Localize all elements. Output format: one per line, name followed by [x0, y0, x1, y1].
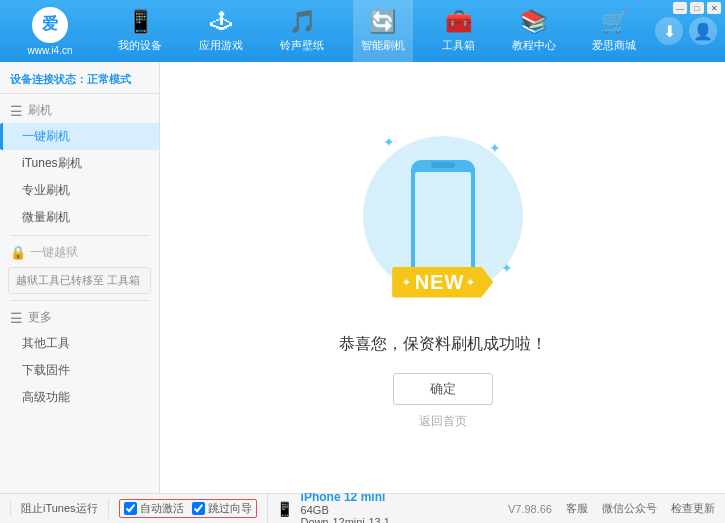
success-text: 恭喜您，保资料刷机成功啦！: [339, 334, 547, 355]
sidebar-item-micro-flash[interactable]: 微量刷机: [0, 204, 159, 231]
nav-wallpaper-label: 铃声壁纸: [280, 38, 324, 53]
jailbreak-info: 越狱工具已转移至 工具箱: [8, 267, 151, 294]
nav-toolbox[interactable]: 🧰 工具箱: [434, 0, 483, 62]
new-badge: NEW: [392, 267, 494, 298]
download-button[interactable]: ⬇: [655, 17, 683, 45]
close-button[interactable]: ✕: [707, 2, 721, 14]
sidebar-item-download-fw[interactable]: 下载固件: [0, 357, 159, 384]
nav-toolbox-label: 工具箱: [442, 38, 475, 53]
device-storage: 64GB: [301, 504, 390, 516]
flash-section-icon: ☰: [10, 103, 23, 119]
nav-my-device[interactable]: 📱 我的设备: [110, 0, 170, 62]
nav-bar: 📱 我的设备 🕹 应用游戏 🎵 铃声壁纸 🔄 智能刷机 🧰 工具箱 📚 教程中心…: [100, 0, 655, 62]
logo: 爱 www.i4.cn: [0, 0, 100, 62]
new-banner-text: NEW: [392, 267, 494, 298]
confirm-button[interactable]: 确定: [393, 373, 493, 405]
nav-smart-flash-label: 智能刷机: [361, 38, 405, 53]
checkbox-outline-box: 自动激活 跳过向导: [119, 499, 257, 518]
nav-tutorial[interactable]: 📚 教程中心: [504, 0, 564, 62]
my-device-icon: 📱: [127, 9, 154, 35]
sidebar-divider-1: [10, 235, 149, 236]
device-phone-icon: 📱: [276, 501, 293, 517]
back-home-link[interactable]: 返回首页: [419, 413, 467, 430]
tutorial-icon: 📚: [520, 9, 547, 35]
sparkle-1: ✦: [383, 134, 395, 150]
bottom-right: V7.98.66 客服 微信公众号 检查更新: [498, 501, 725, 516]
sidebar-item-advanced[interactable]: 高级功能: [0, 384, 159, 411]
illustration: ✦ ✦ ✦ NEW: [363, 126, 523, 316]
lock-icon: 🔒: [10, 245, 26, 260]
nav-wallpaper[interactable]: 🎵 铃声壁纸: [272, 0, 332, 62]
apps-games-icon: 🕹: [210, 9, 232, 35]
more-section-icon: ☰: [10, 310, 23, 326]
svg-rect-2: [431, 162, 455, 168]
device-model: Down-12mini-13,1: [301, 516, 390, 524]
skip-wizard-checkbox[interactable]: 跳过向导: [192, 501, 252, 516]
nav-apps-games[interactable]: 🕹 应用游戏: [191, 0, 251, 62]
flash-section-title: ☰ 刷机: [0, 98, 159, 123]
svg-rect-1: [415, 172, 471, 272]
service-link[interactable]: 客服: [566, 501, 588, 516]
nav-store[interactable]: 🛒 爱思商城: [584, 0, 644, 62]
toolbox-icon: 🧰: [445, 9, 472, 35]
top-bar: — □ ✕ 爱 www.i4.cn 📱 我的设备 🕹 应用游戏 🎵 铃声壁纸 🔄…: [0, 0, 725, 62]
more-section-title: ☰ 更多: [0, 305, 159, 330]
sparkle-2: ✦: [489, 140, 501, 156]
sidebar-item-one-key-flash[interactable]: 一键刷机: [0, 123, 159, 150]
stop-itunes[interactable]: 阻止iTunes运行: [10, 501, 98, 516]
content-area: ✦ ✦ ✦ NEW 恭喜您，保资料刷机成功啦！ 确定 返回首页: [160, 62, 725, 493]
wechat-link[interactable]: 微信公众号: [602, 501, 657, 516]
phone-illustration: ✦ ✦ ✦ NEW: [363, 126, 523, 316]
sidebar-item-pro-flash[interactable]: 专业刷机: [0, 177, 159, 204]
nav-right: ⬇ 👤: [655, 17, 725, 45]
sidebar-item-itunes-flash[interactable]: iTunes刷机: [0, 150, 159, 177]
sidebar-divider-2: [10, 300, 149, 301]
logo-circle: 爱: [32, 7, 68, 43]
sidebar-item-other-tools[interactable]: 其他工具: [0, 330, 159, 357]
maximize-button[interactable]: □: [690, 2, 704, 14]
main-layout: 设备连接状态：正常模式 ☰ 刷机 一键刷机 iTunes刷机 专业刷机 微量刷机…: [0, 62, 725, 493]
bottom-left: 阻止iTunes运行 自动激活 跳过向导 📱 iPhone 12 mini 64…: [0, 490, 498, 524]
device-status: 设备连接状态：正常模式: [0, 68, 159, 94]
minimize-button[interactable]: —: [673, 2, 687, 14]
window-controls: — □ ✕: [673, 2, 721, 14]
nav-store-label: 爱思商城: [592, 38, 636, 53]
smart-flash-icon: 🔄: [369, 9, 396, 35]
nav-smart-flash[interactable]: 🔄 智能刷机: [353, 0, 413, 62]
sparkle-3: ✦: [501, 260, 513, 276]
version-info: V7.98.66: [508, 503, 552, 515]
wallpaper-icon: 🎵: [289, 9, 316, 35]
device-section: 📱 iPhone 12 mini 64GB Down-12mini-13,1: [267, 490, 400, 524]
device-info: iPhone 12 mini 64GB Down-12mini-13,1: [301, 490, 400, 524]
skip-wizard-input[interactable]: [192, 502, 205, 515]
logo-text: www.i4.cn: [27, 45, 72, 56]
jailbreak-section[interactable]: 🔒 一键越狱: [0, 240, 159, 265]
update-link[interactable]: 检查更新: [671, 501, 715, 516]
nav-apps-games-label: 应用游戏: [199, 38, 243, 53]
bottom-bar: 阻止iTunes运行 自动激活 跳过向导 📱 iPhone 12 mini 64…: [0, 493, 725, 523]
store-icon: 🛒: [601, 9, 628, 35]
nav-tutorial-label: 教程中心: [512, 38, 556, 53]
nav-my-device-label: 我的设备: [118, 38, 162, 53]
auto-launch-checkbox[interactable]: 自动激活: [124, 501, 184, 516]
account-button[interactable]: 👤: [689, 17, 717, 45]
auto-launch-input[interactable]: [124, 502, 137, 515]
sidebar: 设备连接状态：正常模式 ☰ 刷机 一键刷机 iTunes刷机 专业刷机 微量刷机…: [0, 62, 160, 493]
